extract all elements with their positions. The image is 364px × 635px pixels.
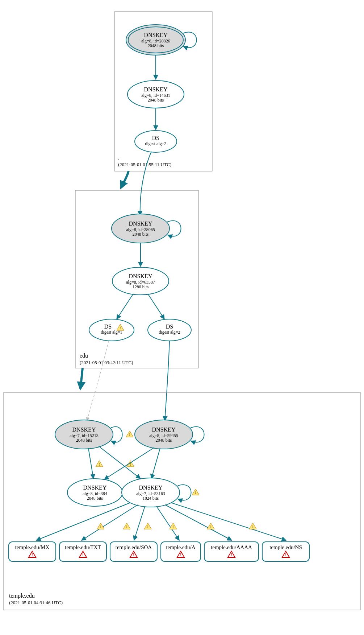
rrset-txt: temple.edu/TXT ! — [59, 542, 106, 561]
svg-text:!: ! — [180, 552, 181, 557]
node-ds-root: DS digest alg=2 — [135, 131, 177, 152]
node-dnskey-temple-ksk-a: DNSKEY alg=7, id=15213 2048 bits — [55, 420, 113, 449]
svg-text:!: ! — [172, 524, 174, 529]
warning-icon: ! — [126, 431, 133, 437]
svg-text:alg=8, id=20326: alg=8, id=20326 — [141, 38, 170, 44]
node-dnskey-edu-zsk: DNSKEY alg=8, id=63587 1280 bits — [112, 267, 169, 295]
edge-tkska-to-tzska — [88, 448, 93, 479]
svg-text:!: ! — [252, 524, 254, 529]
svg-text:temple.edu/SOA: temple.edu/SOA — [116, 544, 152, 550]
svg-text:DNSKEY: DNSKEY — [144, 32, 168, 38]
svg-text:!: ! — [285, 552, 286, 557]
svg-text:1280 bits: 1280 bits — [133, 284, 149, 289]
svg-text:alg=7, id=15213: alg=7, id=15213 — [70, 433, 99, 438]
node-ds-edu-alg2: DS digest alg=2 — [148, 319, 191, 341]
edge-tzskb-to-txt — [81, 505, 138, 540]
svg-text:!: ! — [129, 432, 130, 437]
node-ds-edu-alg1: DS digest alg=1 — [89, 319, 134, 341]
node-dnskey-temple-ksk-b: DNSKEY alg=8, id=59455 2048 bits — [135, 420, 193, 449]
svg-text:DS: DS — [104, 323, 112, 330]
svg-text:DNSKEY: DNSKEY — [152, 426, 176, 433]
node-dnskey-root-ksk: DNSKEY alg=8, id=20326 2048 bits — [126, 25, 185, 55]
svg-text:alg=8, id=14631: alg=8, id=14631 — [141, 93, 170, 98]
warning-icon: ! — [97, 523, 104, 529]
edge-tzskb-to-soa — [134, 506, 145, 540]
rrset-soa: temple.edu/SOA ! — [110, 542, 157, 561]
svg-text:!: ! — [147, 524, 148, 529]
edge-rootds-to-eduksk — [140, 152, 151, 215]
svg-text:!: ! — [32, 552, 33, 557]
svg-text:DNSKEY: DNSKEY — [129, 273, 152, 279]
zone-label-root: . — [118, 154, 120, 161]
edge-eduzsk-to-ds1 — [117, 294, 133, 319]
svg-text:temple.edu/TXT: temple.edu/TXT — [65, 544, 101, 550]
svg-text:alg=8, id=63587: alg=8, id=63587 — [126, 280, 155, 285]
svg-text:DNSKEY: DNSKEY — [139, 485, 163, 491]
svg-text:DNSKEY: DNSKEY — [129, 220, 152, 227]
svg-text:!: ! — [99, 462, 100, 466]
svg-text:alg=8, id=59455: alg=8, id=59455 — [149, 433, 178, 438]
zone-ts-edu: (2021-05-01 03:42:11 UTC) — [80, 360, 133, 365]
svg-text:!: ! — [120, 326, 121, 330]
edge-delegation-edu-to-temple — [80, 368, 83, 389]
svg-text:DNSKEY: DNSKEY — [83, 485, 107, 491]
warning-icon: ! — [123, 523, 130, 529]
edge-tzskb-to-a — [156, 506, 179, 540]
edge-tzskb-to-ns — [171, 503, 286, 540]
warning-icon: ! — [96, 461, 103, 467]
rrset-aaaa: temple.edu/AAAA ! — [204, 542, 259, 561]
warning-icon: ! — [144, 523, 151, 529]
svg-text:alg=7, id=53163: alg=7, id=53163 — [136, 491, 165, 496]
rrset-mx: temple.edu/MX ! — [9, 542, 56, 561]
svg-text:temple.edu/A: temple.edu/A — [166, 544, 195, 550]
zone-ts-root: (2021-05-01 01:55:11 UTC) — [118, 162, 172, 167]
svg-text:alg=8, id=28065: alg=8, id=28065 — [126, 227, 155, 232]
svg-text:2048 bits: 2048 bits — [148, 98, 164, 103]
edge-ds2-to-t-ksk-b — [165, 341, 170, 421]
edge-ds1-to-t-ksk-a — [87, 341, 109, 421]
svg-text:digest alg=2: digest alg=2 — [159, 330, 180, 335]
edge-tkskb-to-tzskb — [151, 448, 160, 479]
svg-text:alg=8, id=384: alg=8, id=384 — [83, 491, 107, 496]
rrset-a: temple.edu/A ! — [161, 542, 201, 561]
svg-text:!: ! — [133, 552, 134, 557]
node-dnskey-root-zsk: DNSKEY alg=8, id=14631 2048 bits — [127, 81, 184, 108]
svg-text:!: ! — [126, 524, 127, 529]
warning-icon: ! — [192, 489, 199, 495]
svg-text:DNSKEY: DNSKEY — [72, 426, 96, 433]
zone-ts-temple: (2021-05-01 04:31:46 UTC) — [9, 600, 63, 605]
svg-text:DS: DS — [166, 323, 173, 330]
dnssec-auth-graph: . (2021-05-01 01:55:11 UTC) DNSKEY alg=8… — [0, 0, 364, 635]
edge-tzskb-to-aaaa — [165, 505, 232, 540]
zone-label-edu: edu — [80, 352, 88, 359]
svg-text:temple.edu/NS: temple.edu/NS — [269, 544, 302, 550]
svg-text:temple.edu/AAAA: temple.edu/AAAA — [211, 544, 252, 550]
zone-label-temple: temple.edu — [9, 593, 35, 599]
rrset-ns: temple.edu/NS ! — [262, 542, 309, 561]
svg-text:DNSKEY: DNSKEY — [144, 86, 168, 92]
svg-text:!: ! — [195, 490, 196, 495]
warning-icon: ! — [249, 523, 256, 529]
node-dnskey-temple-zsk-a: DNSKEY alg=8, id=384 2048 bits — [67, 479, 122, 506]
edge-eduzsk-to-ds2 — [148, 294, 164, 319]
svg-text:DS: DS — [152, 135, 159, 141]
svg-text:2048 bits: 2048 bits — [148, 43, 164, 48]
svg-text:!: ! — [100, 524, 101, 529]
svg-text:1024 bits: 1024 bits — [143, 496, 159, 501]
svg-text:2048 bits: 2048 bits — [87, 496, 103, 501]
svg-text:!: ! — [231, 552, 232, 557]
svg-text:2048 bits: 2048 bits — [133, 232, 149, 237]
svg-text:digest alg=2: digest alg=2 — [145, 141, 166, 146]
svg-text:temple.edu/MX: temple.edu/MX — [15, 544, 50, 550]
edge-tzskb-to-mx — [36, 503, 130, 540]
svg-text:2048 bits: 2048 bits — [156, 438, 172, 443]
node-dnskey-edu-ksk: DNSKEY alg=8, id=28065 2048 bits — [112, 214, 170, 243]
edge-delegation-root-to-edu — [121, 171, 129, 188]
warning-icon: ! — [170, 523, 177, 529]
svg-text:!: ! — [210, 524, 212, 529]
svg-text:2048 bits: 2048 bits — [76, 438, 92, 443]
warning-icon: ! — [207, 523, 214, 529]
edge-tkskb-to-tzska — [104, 448, 154, 479]
svg-text:!: ! — [82, 552, 84, 557]
edge-tkska-to-tzskb — [99, 446, 141, 479]
